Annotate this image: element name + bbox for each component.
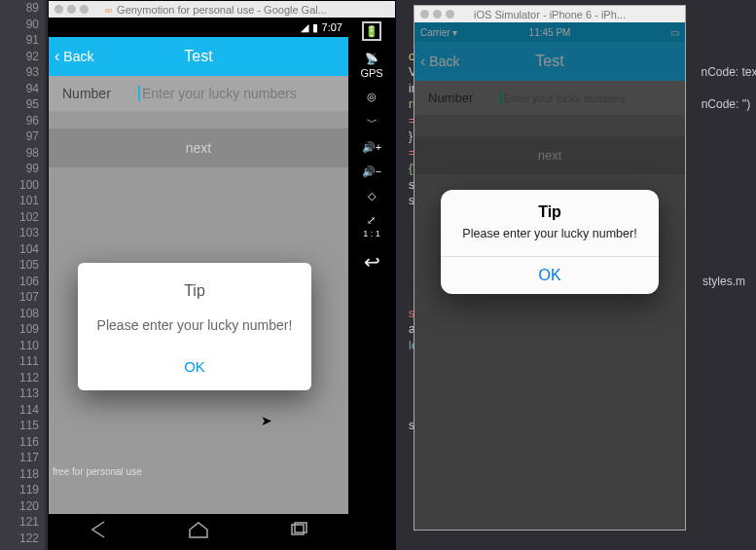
line-number: 111 — [0, 353, 45, 370]
android-window-title: Genymotion for personal use - Google Gal… — [49, 4, 395, 16]
line-number: 90 — [0, 17, 45, 33]
ios-window-title: iOS Simulator - iPhone 6 - iPh... — [414, 9, 685, 20]
ios-device-screen: Carrier ▾ 11:45 PM ▭ ‹ Back Test Number … — [414, 22, 685, 530]
watermark: free for personal use — [49, 464, 146, 479]
line-number: 95 — [0, 96, 45, 113]
alert-dialog: Tip Please enter your lucky number! OK — [441, 190, 659, 294]
line-number: 112 — [0, 370, 45, 386]
line-number: 119 — [0, 482, 45, 498]
code-frag: nCode: '') — [702, 97, 751, 111]
line-number: 121 — [0, 514, 45, 531]
line-number: 108 — [0, 306, 45, 322]
alert-ok-button[interactable]: OK — [88, 358, 302, 375]
line-number: 118 — [0, 466, 45, 483]
line-number: 100 — [0, 177, 45, 194]
line-number: 91 — [0, 32, 45, 49]
line-number: 110 — [0, 338, 45, 354]
alert-title: Tip — [441, 190, 659, 227]
android-emulator-window: ∞ Genymotion for personal use - Google G… — [48, 0, 396, 550]
line-number: 102 — [0, 209, 45, 226]
alert-title: Tip — [88, 282, 302, 300]
line-number: 94 — [0, 81, 45, 97]
alert-message: Please enter your lucky number! — [441, 227, 659, 256]
line-number: 122 — [0, 531, 45, 547]
line-number: 106 — [0, 274, 45, 290]
scale-tool-icon[interactable]: ⤢1 : 1 — [363, 214, 380, 238]
emulator-sidebar: 🔋 📡GPS ◎ ﹀ 🔊+ 🔊− ◇ ⤢1 : 1 ↩ — [348, 18, 395, 549]
gps-label: GPS — [360, 67, 382, 79]
android-nav-bar — [49, 514, 348, 549]
number-field-label: Number — [62, 86, 125, 101]
next-button[interactable]: next — [49, 128, 348, 167]
alert-dialog: Tip Please enter your lucky number! OK ➤ — [78, 263, 311, 390]
chevron-down-icon[interactable]: ﹀ — [367, 115, 378, 129]
line-number: 93 — [0, 64, 45, 81]
line-number: 104 — [0, 241, 45, 258]
line-number: 113 — [0, 385, 45, 402]
ios-window-titlebar[interactable]: iOS Simulator - iPhone 6 - iPh... — [414, 6, 685, 22]
line-number: 96 — [0, 113, 45, 129]
line-number: 101 — [0, 193, 45, 209]
line-number: 115 — [0, 418, 45, 434]
android-device-screen: ◢ ▮ 7:07 ‹ Back Test Number Enter your l… — [49, 18, 348, 549]
nav-back-icon[interactable] — [87, 520, 110, 543]
app-header: ‹ Back Test — [49, 37, 348, 76]
line-number: 109 — [0, 321, 45, 338]
editor-gutter: 8990919293949596979899100101102103104105… — [0, 0, 45, 550]
status-time: 7:07 — [322, 21, 342, 33]
line-number: 114 — [0, 402, 45, 419]
code-frag: } — [409, 129, 413, 143]
line-number: 92 — [0, 49, 45, 65]
scale-label: 1 : 1 — [363, 229, 380, 238]
number-field-row[interactable]: Number Enter your lucky numbers — [49, 76, 348, 111]
back-tool-icon[interactable]: ↩ — [364, 250, 380, 274]
line-number: 120 — [0, 498, 45, 515]
alert-ok-button[interactable]: OK — [441, 257, 659, 294]
line-number: 89 — [0, 0, 45, 17]
ios-simulator-window: iOS Simulator - iPhone 6 - iPh... Carrie… — [414, 5, 686, 531]
line-number: 99 — [0, 161, 45, 177]
nav-recent-icon[interactable] — [287, 520, 310, 543]
camera-tool-icon[interactable]: ◎ — [367, 91, 377, 103]
line-number: 107 — [0, 289, 45, 306]
page-title: Test — [49, 48, 348, 65]
line-number: 117 — [0, 450, 45, 466]
android-status-bar: ◢ ▮ 7:07 — [49, 18, 348, 37]
volume-up-icon[interactable]: 🔊+ — [362, 141, 381, 154]
cursor-icon: ➤ — [261, 413, 272, 428]
android-window-titlebar[interactable]: ∞ Genymotion for personal use - Google G… — [49, 1, 395, 18]
line-number: 105 — [0, 257, 45, 274]
app-content: Number Enter your lucky numbers next Tip… — [49, 76, 348, 514]
line-number: 98 — [0, 145, 45, 162]
signal-icon: ◢ — [301, 21, 308, 34]
code-frag: nCode: tex — [701, 65, 756, 79]
nav-home-icon[interactable] — [187, 520, 210, 543]
alert-message: Please enter your lucky number! — [88, 317, 302, 333]
code-frag: styles.m — [702, 275, 745, 288]
line-number: 103 — [0, 225, 45, 241]
line-number: 116 — [0, 434, 45, 451]
line-number: 97 — [0, 128, 45, 145]
battery-icon: ▮ — [312, 21, 318, 34]
rotate-tool-icon[interactable]: ◇ — [368, 190, 376, 202]
volume-down-icon[interactable]: 🔊− — [362, 165, 381, 178]
battery-tool-icon[interactable]: 🔋 — [362, 21, 381, 41]
number-input[interactable]: Enter your lucky numbers — [138, 86, 297, 101]
gps-tool-icon[interactable]: 📡GPS — [360, 53, 382, 79]
